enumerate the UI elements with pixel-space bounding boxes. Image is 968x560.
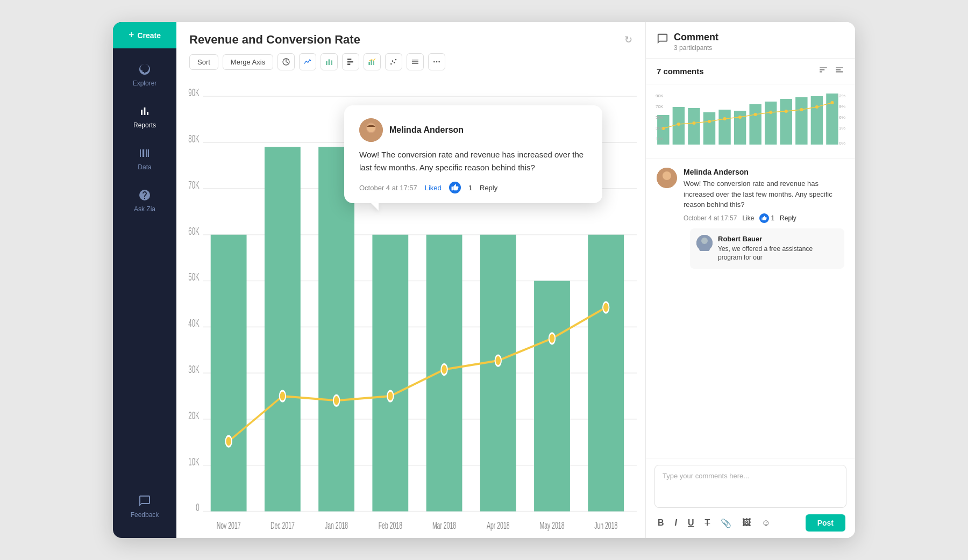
- chart-type-other[interactable]: [407, 53, 424, 70]
- svg-text:50K: 50K: [656, 115, 664, 120]
- svg-text:Feb 2018: Feb 2018: [379, 521, 402, 532]
- sort-button[interactable]: Sort: [189, 54, 218, 70]
- svg-text:80K: 80K: [188, 133, 200, 145]
- comments-header-text: Comment 3 participants: [674, 32, 718, 52]
- chart-area: Revenue and Conversion Rate ↻ Sort Merge…: [176, 22, 645, 538]
- comments-mini-chart: 12% 9% 6% 3% 0% 90K 70K 50K 30K 10K: [646, 84, 855, 159]
- svg-rect-72: [765, 102, 777, 145]
- svg-rect-7: [368, 62, 370, 65]
- svg-text:12%: 12%: [837, 94, 845, 98]
- tooltip-user: Melinda Anderson: [359, 118, 587, 142]
- svg-text:0: 0: [196, 501, 199, 513]
- like-count-melinda: 1: [771, 214, 774, 222]
- svg-rect-42: [480, 235, 516, 512]
- chart-title: Revenue and Conversion Rate: [189, 33, 618, 47]
- svg-point-88: [830, 101, 834, 104]
- svg-text:70K: 70K: [656, 104, 664, 109]
- sidebar-item-reports[interactable]: Reports: [113, 96, 176, 138]
- sidebar-label-feedback: Feedback: [131, 511, 159, 519]
- reports-icon: [138, 104, 152, 118]
- chart-type-line[interactable]: [299, 53, 316, 70]
- attachment-button[interactable]: 📎: [718, 517, 734, 529]
- sidebar-item-data[interactable]: Data: [113, 138, 176, 180]
- svg-rect-38: [265, 147, 301, 511]
- tooltip-liked-button[interactable]: Liked: [425, 184, 442, 192]
- svg-point-79: [692, 121, 695, 125]
- svg-point-49: [441, 364, 447, 375]
- chart-type-combo[interactable]: [364, 53, 381, 70]
- create-button[interactable]: + Create: [113, 22, 176, 48]
- sort-comments-button[interactable]: [835, 65, 844, 77]
- post-button[interactable]: Post: [806, 514, 845, 532]
- mini-chart-svg: 12% 9% 6% 3% 0% 90K 70K 50K 30K 10K: [654, 91, 846, 150]
- chart-type-scatter[interactable]: [385, 53, 402, 70]
- chart-type-bar[interactable]: [321, 53, 338, 70]
- image-button[interactable]: 🖼: [740, 517, 753, 529]
- sidebar-item-feedback[interactable]: Feedback: [131, 485, 159, 527]
- svg-text:10K: 10K: [188, 455, 200, 467]
- reply-avatar-robert: [696, 235, 713, 251]
- svg-point-81: [723, 117, 727, 120]
- svg-rect-68: [703, 112, 715, 145]
- svg-text:9%: 9%: [839, 104, 845, 109]
- svg-text:Dec 2017: Dec 2017: [271, 521, 295, 532]
- refresh-icon[interactable]: ↻: [624, 34, 632, 46]
- more-options-button[interactable]: [428, 53, 445, 70]
- comment-like-melinda[interactable]: Like: [742, 214, 754, 222]
- italic-button[interactable]: I: [673, 517, 679, 529]
- svg-text:30K: 30K: [188, 363, 200, 375]
- svg-text:Jan 2018: Jan 2018: [325, 521, 348, 532]
- svg-rect-1: [326, 61, 328, 65]
- tooltip-reply-button[interactable]: Reply: [480, 184, 497, 192]
- chart-type-bar2[interactable]: [342, 53, 359, 70]
- sidebar-bottom: Feedback: [131, 485, 159, 538]
- svg-point-103: [701, 238, 708, 244]
- comments-count: 7 comments: [657, 67, 704, 76]
- comment-text-melinda: Wow! The conversion rate and revenue has…: [684, 178, 844, 210]
- svg-rect-9: [373, 61, 374, 65]
- comment-reply-melinda[interactable]: Reply: [780, 214, 796, 222]
- comment-header-icon: [657, 33, 668, 47]
- sidebar-label-askzia: Ask Zia: [134, 205, 155, 213]
- strikethrough-button[interactable]: T: [703, 517, 713, 529]
- sidebar-item-askzia[interactable]: Ask Zia: [113, 180, 176, 221]
- svg-point-12: [394, 62, 395, 63]
- svg-text:May 2018: May 2018: [539, 521, 564, 532]
- comments-participants: 3 participants: [674, 44, 718, 52]
- sidebar-item-explorer[interactable]: Explorer: [113, 54, 176, 96]
- svg-point-15: [436, 61, 438, 63]
- svg-point-10: [390, 63, 392, 65]
- svg-text:90K: 90K: [656, 94, 664, 98]
- svg-text:3%: 3%: [839, 126, 845, 131]
- svg-text:50K: 50K: [188, 271, 200, 283]
- emoji-button[interactable]: ☺: [759, 517, 772, 529]
- comments-list: Melinda Anderson Wow! The conversion rat…: [646, 159, 855, 458]
- tooltip-like-icon[interactable]: [449, 182, 461, 193]
- svg-rect-73: [780, 99, 792, 145]
- reply-item-robert: Robert Bauer Yes, we offered a free assi…: [690, 228, 844, 269]
- input-toolbar: B I U T 📎 🖼 ☺ Post: [654, 514, 846, 532]
- like-badge-icon: [759, 213, 769, 223]
- svg-point-82: [738, 116, 742, 119]
- comment-like-badge-melinda: 1: [759, 213, 774, 223]
- comment-input[interactable]: [654, 465, 846, 508]
- svg-rect-37: [211, 235, 247, 512]
- chart-type-circle[interactable]: [277, 53, 295, 70]
- underline-button[interactable]: U: [686, 517, 696, 529]
- svg-text:90K: 90K: [188, 87, 200, 98]
- sidebar-nav: Explorer Reports Data: [113, 54, 176, 485]
- melinda-avatar-svg: [359, 118, 383, 142]
- chart-toolbar: Sort Merge Axis: [176, 53, 645, 77]
- svg-rect-4: [347, 59, 351, 60]
- svg-text:10K: 10K: [656, 137, 664, 141]
- filter-comments-button[interactable]: [818, 65, 828, 77]
- merge-axis-button[interactable]: Merge Axis: [223, 54, 273, 70]
- comment-item-melinda: Melinda Anderson Wow! The conversion rat…: [657, 168, 844, 269]
- bold-button[interactable]: B: [656, 517, 666, 529]
- sidebar-label-data: Data: [138, 163, 151, 171]
- comment-input-area: B I U T 📎 🖼 ☺ Post: [646, 458, 855, 538]
- svg-point-78: [677, 123, 680, 126]
- svg-text:60K: 60K: [188, 225, 200, 236]
- svg-rect-6: [347, 63, 350, 65]
- svg-rect-2: [329, 59, 330, 65]
